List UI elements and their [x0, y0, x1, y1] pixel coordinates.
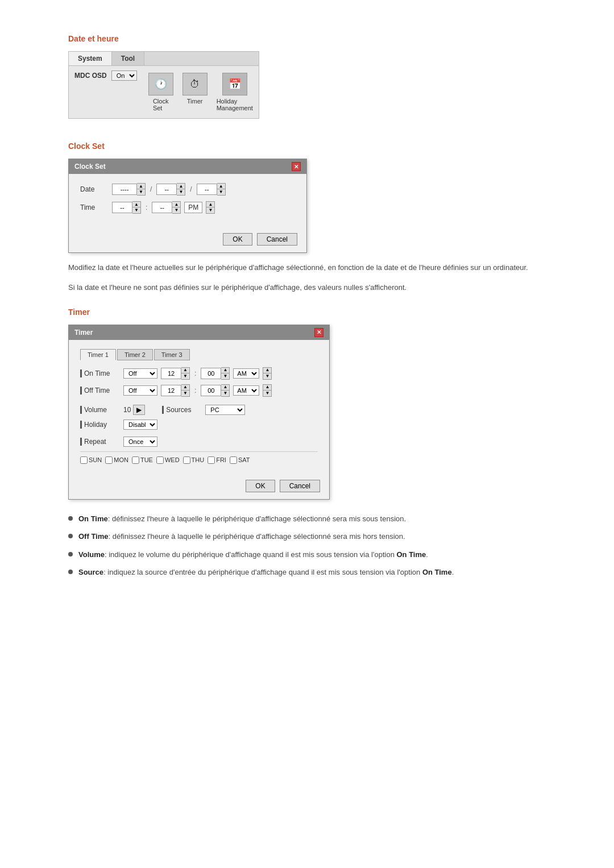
off-time-min-down[interactable]: ▼ — [221, 391, 229, 396]
date-input2[interactable] — [156, 184, 177, 195]
time-field2[interactable]: ▲ ▼ — [152, 201, 181, 214]
time-down1[interactable]: ▼ — [132, 207, 140, 213]
weekday-thu-check[interactable] — [183, 456, 190, 464]
on-time-hour-spin[interactable]: ▲ ▼ — [181, 367, 190, 380]
volume-up-button[interactable]: ▶ — [133, 405, 145, 415]
volume-value: 10 — [123, 406, 131, 414]
sources-row: Sources PC HDMI — [162, 405, 245, 415]
icon-clock-set[interactable]: 🕐 ClockSet — [148, 73, 173, 111]
dialog-close-clock[interactable]: ✕ — [292, 162, 301, 171]
date-up3[interactable]: ▲ — [217, 184, 225, 189]
weekday-fri-check[interactable] — [208, 456, 215, 464]
weekday-mon[interactable]: MON — [105, 456, 128, 464]
date-spin1[interactable]: ▲ ▼ — [137, 183, 146, 196]
on-time-select[interactable]: Off On — [123, 368, 157, 379]
off-time-min-up[interactable]: ▲ — [221, 385, 229, 391]
date-input3[interactable] — [197, 184, 217, 195]
date-field3[interactable]: ▲ ▼ — [197, 183, 226, 196]
timer-tab-1[interactable]: Timer 1 — [80, 349, 116, 360]
time-input1[interactable] — [112, 202, 132, 213]
off-time-min-spin[interactable]: ▲ ▼ — [221, 384, 230, 397]
weekday-mon-check[interactable] — [105, 456, 113, 464]
off-time-hour-up[interactable]: ▲ — [181, 385, 189, 391]
date-up2[interactable]: ▲ — [177, 184, 185, 189]
on-time-min[interactable]: ▲ ▼ — [201, 367, 230, 380]
on-time-hour-up[interactable]: ▲ — [181, 368, 189, 373]
holiday-select[interactable]: Disable Enable — [123, 420, 157, 430]
time-down2[interactable]: ▼ — [172, 207, 180, 213]
weekday-thu[interactable]: THU — [183, 456, 205, 464]
dialog-close-timer[interactable]: ✕ — [314, 328, 323, 337]
off-time-hour[interactable]: ▲ ▼ — [161, 384, 190, 397]
time-spin1[interactable]: ▲ ▼ — [132, 201, 141, 214]
date-input1[interactable] — [112, 184, 137, 195]
weekday-sat[interactable]: SAT — [230, 456, 250, 464]
time-up1[interactable]: ▲ — [132, 202, 140, 207]
off-time-min-input[interactable] — [201, 385, 221, 396]
weekday-fri[interactable]: FRI — [208, 456, 226, 464]
on-time-ampm-down[interactable]: ▼ — [263, 373, 271, 379]
timer-cancel-button[interactable]: Cancel — [280, 480, 320, 492]
sources-select[interactable]: PC HDMI — [205, 405, 245, 415]
date-field2[interactable]: ▲ ▼ — [156, 183, 185, 196]
on-time-hour[interactable]: ▲ ▼ — [161, 367, 190, 380]
dialog-footer-clock: OK Cancel — [69, 229, 306, 252]
date-up1[interactable]: ▲ — [137, 184, 145, 189]
icon-timer[interactable]: ⏱ Timer — [182, 73, 208, 111]
time-up2[interactable]: ▲ — [172, 202, 180, 207]
date-spin2[interactable]: ▲ ▼ — [177, 183, 185, 196]
on-time-hour-down[interactable]: ▼ — [181, 373, 189, 379]
holiday-label: HolidayManagement — [217, 98, 253, 111]
on-time-ampm-up[interactable]: ▲ — [263, 368, 271, 373]
timer-tab-3[interactable]: Timer 3 — [154, 349, 190, 360]
off-time-select[interactable]: Off On — [123, 385, 157, 396]
on-time-min-input[interactable] — [201, 368, 221, 379]
weekday-tue-check[interactable] — [132, 456, 139, 464]
mdc-osd-label: MDC OSD — [74, 72, 107, 80]
off-time-hour-down[interactable]: ▼ — [181, 391, 189, 396]
ampm-up[interactable]: ▲ — [206, 202, 214, 207]
ampm-spin[interactable]: ▲ ▼ — [206, 201, 215, 214]
timer-tabs: Timer 1 Timer 2 Timer 3 — [80, 349, 318, 360]
date-down3[interactable]: ▼ — [217, 189, 225, 195]
menu-item-tool[interactable]: Tool — [112, 52, 144, 65]
time-sep: : — [144, 203, 148, 211]
repeat-select[interactable]: Once Everyday Mon~Fri Mon~Sat Sat~Sun Ma… — [123, 437, 157, 447]
icon-holiday[interactable]: 📅 HolidayManagement — [217, 73, 253, 111]
weekday-sat-check[interactable] — [230, 456, 237, 464]
ampm-down[interactable]: ▼ — [206, 207, 214, 213]
on-time-hour-input[interactable] — [161, 368, 181, 379]
off-time-ampm[interactable]: AM PM — [233, 385, 259, 396]
off-time-ampm-spin[interactable]: ▲ ▼ — [263, 384, 272, 397]
date-down2[interactable]: ▼ — [177, 189, 185, 195]
bullet-text-1: On Time: définissez l'heure à laquelle l… — [78, 513, 406, 525]
date-spin3[interactable]: ▲ ▼ — [217, 183, 226, 196]
weekday-wed-check[interactable] — [156, 456, 164, 464]
time-field1[interactable]: ▲ ▼ — [112, 201, 141, 214]
weekday-sun-check[interactable] — [80, 456, 88, 464]
on-time-min-spin[interactable]: ▲ ▼ — [221, 367, 230, 380]
off-time-ampm-up[interactable]: ▲ — [263, 385, 271, 391]
on-time-ampm[interactable]: AM PM — [233, 368, 259, 379]
timer-tab-2[interactable]: Timer 2 — [117, 349, 153, 360]
clock-cancel-button[interactable]: Cancel — [257, 233, 297, 246]
on-time-min-up[interactable]: ▲ — [221, 368, 229, 373]
date-down1[interactable]: ▼ — [137, 189, 145, 195]
menu-item-system[interactable]: System — [69, 52, 112, 65]
date-field1[interactable]: ▲ ▼ — [112, 183, 146, 196]
time-input2[interactable] — [152, 202, 172, 213]
timer-ok-button[interactable]: OK — [246, 480, 275, 492]
off-time-hour-input[interactable] — [161, 385, 181, 396]
on-time-ampm-spin[interactable]: ▲ ▼ — [263, 367, 272, 380]
time-spin2[interactable]: ▲ ▼ — [172, 201, 181, 214]
off-time-ampm-down[interactable]: ▼ — [263, 391, 271, 396]
weekday-sun[interactable]: SUN — [80, 456, 102, 464]
on-time-min-down[interactable]: ▼ — [221, 373, 229, 379]
mdc-osd-select[interactable]: On Off — [111, 70, 137, 81]
off-time-hour-spin[interactable]: ▲ ▼ — [181, 384, 190, 397]
off-time-min[interactable]: ▲ ▼ — [201, 384, 230, 397]
weekday-tue[interactable]: TUE — [132, 456, 153, 464]
clock-ok-button[interactable]: OK — [223, 233, 252, 246]
weekday-wed[interactable]: WED — [156, 456, 180, 464]
section-title-date-heure: Date et heure — [68, 34, 546, 43]
